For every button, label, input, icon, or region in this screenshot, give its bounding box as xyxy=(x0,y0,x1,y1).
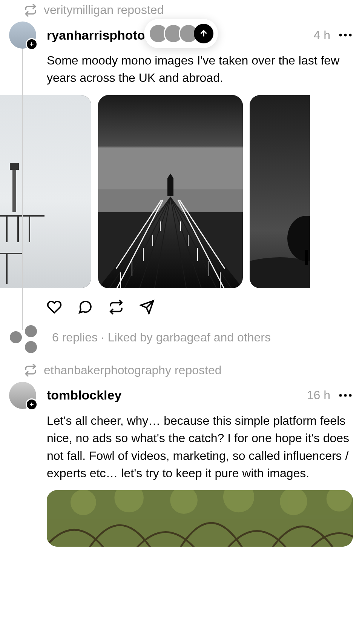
timestamp: 16 h xyxy=(307,388,330,402)
post-image[interactable] xyxy=(47,490,353,547)
liked-by-text: Liked by garbageaf and others xyxy=(108,330,271,344)
comment-button[interactable] xyxy=(78,300,93,316)
engagement-text: 6 replies · Liked by garbageaf and other… xyxy=(52,330,271,344)
scroll-to-top-button[interactable] xyxy=(194,24,213,43)
carousel-image[interactable] xyxy=(250,95,310,288)
repost-button[interactable] xyxy=(109,300,124,316)
avatar-wrap[interactable] xyxy=(9,382,36,409)
facepile-avatar xyxy=(24,340,38,354)
like-button[interactable] xyxy=(47,300,62,316)
repost-attribution[interactable]: veritymilligan reposted xyxy=(0,0,362,22)
post-header: tomblockley 16 h xyxy=(0,382,362,409)
follow-add-button[interactable] xyxy=(26,38,38,50)
post-body: Let's all cheer, why… because this simpl… xyxy=(0,409,362,482)
more-options-button[interactable] xyxy=(338,28,353,43)
repost-icon xyxy=(24,364,37,377)
svg-point-50 xyxy=(349,394,352,397)
svg-point-52 xyxy=(71,490,96,515)
post-body: Some moody mono images I've taken over t… xyxy=(0,49,362,87)
more-options-button[interactable] xyxy=(338,388,353,403)
repost-attribution[interactable]: ethanbakerphotography reposted xyxy=(0,360,362,382)
share-button[interactable] xyxy=(140,300,155,316)
svg-point-2 xyxy=(349,34,352,37)
carousel-image[interactable] xyxy=(0,95,91,288)
username[interactable]: ryanharrisphotography xyxy=(47,28,160,43)
replies-count: 6 replies xyxy=(52,330,98,344)
thread-line xyxy=(22,48,23,330)
username[interactable]: tomblockley xyxy=(47,388,121,403)
repost-text: veritymilligan reposted xyxy=(44,3,164,17)
timestamp: 4 h xyxy=(314,28,330,42)
facepile-avatar xyxy=(24,324,38,338)
svg-point-49 xyxy=(344,394,347,397)
reply-facepile xyxy=(9,324,43,351)
image-carousel[interactable] xyxy=(0,95,362,288)
svg-rect-43 xyxy=(167,178,173,196)
svg-point-0 xyxy=(339,34,342,37)
svg-rect-5 xyxy=(10,163,19,170)
avatar-wrap[interactable] xyxy=(9,22,36,49)
repost-text: ethanbakerphotography reposted xyxy=(44,363,221,377)
action-row xyxy=(0,288,362,316)
post: veritymilligan reposted ryanharrisphotog… xyxy=(0,0,362,360)
facepile-avatar xyxy=(9,330,23,344)
repost-icon xyxy=(24,4,37,17)
carousel-image[interactable] xyxy=(98,95,243,288)
follow-add-button[interactable] xyxy=(26,398,38,410)
engagement-row[interactable]: 6 replies · Liked by garbageaf and other… xyxy=(0,316,362,351)
svg-point-1 xyxy=(344,34,347,37)
svg-rect-4 xyxy=(12,167,16,212)
svg-rect-47 xyxy=(305,250,308,265)
post: ethanbakerphotography reposted tomblockl… xyxy=(0,360,362,547)
feed: veritymilligan reposted ryanharrisphotog… xyxy=(0,0,362,547)
activity-pill[interactable] xyxy=(144,19,218,48)
svg-point-48 xyxy=(339,394,342,397)
